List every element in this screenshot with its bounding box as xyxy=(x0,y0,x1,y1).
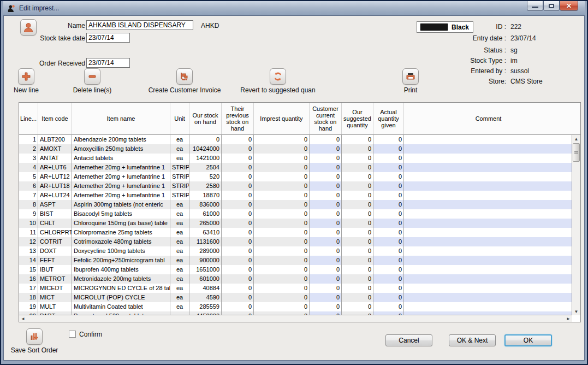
cell-customer-current[interactable]: 0 xyxy=(310,265,342,274)
vertical-scroll-thumb[interactable] xyxy=(573,143,580,162)
cell-imprest-quantity[interactable]: 0 xyxy=(254,228,310,237)
maximize-button[interactable] xyxy=(543,1,560,11)
cell-actual-given[interactable]: 0 xyxy=(373,302,404,311)
scroll-down-icon[interactable]: ▼ xyxy=(572,308,580,315)
table-row[interactable]: 12 COTRIT Cotrimoxazole 480mg tablets ea… xyxy=(19,237,572,246)
cell-actual-given[interactable]: 0 xyxy=(373,293,404,302)
cell-actual-given[interactable]: 0 xyxy=(373,154,404,163)
title-bar[interactable]: Edit imprest... xyxy=(3,1,585,15)
cell-actual-given[interactable]: 0 xyxy=(373,172,404,181)
cell-customer-current[interactable]: 0 xyxy=(310,237,342,246)
cell-actual-given[interactable]: 0 xyxy=(373,135,404,144)
cell-imprest-quantity[interactable]: 0 xyxy=(254,154,310,163)
cell-imprest-quantity[interactable]: 0 xyxy=(254,172,310,181)
cell-actual-given[interactable]: 0 xyxy=(373,181,404,191)
cell-imprest-quantity[interactable]: 0 xyxy=(254,163,310,172)
cell-customer-current[interactable]: 0 xyxy=(310,209,342,219)
cell-customer-current[interactable]: 0 xyxy=(310,302,342,311)
confirm-checkbox[interactable] xyxy=(69,331,76,338)
cell-imprest-quantity[interactable]: 0 xyxy=(254,181,310,191)
delete-lines-button[interactable]: Delete line(s) xyxy=(70,68,114,94)
cell-customer-current[interactable]: 0 xyxy=(310,200,342,209)
customer-details-button[interactable] xyxy=(20,19,37,36)
save-sort-order-button[interactable]: Save Sort Order xyxy=(6,328,63,354)
cell-actual-given[interactable]: 0 xyxy=(373,209,404,219)
cell-imprest-quantity[interactable]: 0 xyxy=(254,265,310,274)
cell-customer-current[interactable]: 0 xyxy=(310,246,342,256)
table-row[interactable]: 8 ASPT Aspirin 300mg tablets (not enteri… xyxy=(19,200,572,209)
cell-comment[interactable] xyxy=(404,302,572,311)
cell-comment[interactable] xyxy=(404,246,572,256)
cell-actual-given[interactable]: 0 xyxy=(373,256,404,265)
column-header-their-previous[interactable]: Their previous stock on hand xyxy=(222,103,254,134)
table-row[interactable]: 6 AR+LUT18 Artemether 20mg + lumefantrin… xyxy=(19,181,572,191)
cell-customer-current[interactable]: 0 xyxy=(310,163,342,172)
horizontal-scrollbar[interactable]: ◄ ► xyxy=(19,315,572,322)
cell-actual-given[interactable]: 0 xyxy=(373,163,404,172)
cell-customer-current[interactable]: 0 xyxy=(310,293,342,302)
cell-comment[interactable] xyxy=(404,191,572,200)
new-line-button[interactable]: New line xyxy=(10,68,43,94)
column-header-customer-current[interactable]: Customer current stock on hand xyxy=(310,103,342,134)
table-row[interactable]: 4 AR+LUT6 Artemether 20mg + lumefantrine… xyxy=(19,163,572,172)
cell-imprest-quantity[interactable]: 0 xyxy=(254,256,310,265)
cell-actual-given[interactable]: 0 xyxy=(373,265,404,274)
cell-actual-given[interactable]: 0 xyxy=(373,228,404,237)
table-row[interactable]: 3 ANTAT Antacid tablets ea 1421000 0 0 0… xyxy=(19,154,572,163)
cell-actual-given[interactable]: 0 xyxy=(373,246,404,256)
cell-customer-current[interactable]: 0 xyxy=(310,191,342,200)
column-header-actual-given[interactable]: Actual quantity given xyxy=(373,103,404,134)
cell-customer-current[interactable]: 0 xyxy=(310,154,342,163)
column-header-our-suggested[interactable]: Our suggested quantity xyxy=(342,103,373,134)
cell-comment[interactable] xyxy=(404,135,572,144)
column-header-item-name[interactable]: Item name xyxy=(72,103,170,134)
column-header-line[interactable]: Line... xyxy=(19,103,38,134)
cell-comment[interactable] xyxy=(404,163,572,172)
table-row[interactable]: 9 BIST Bisacodyl 5mg tablets ea 61000 0 … xyxy=(19,209,572,219)
cell-imprest-quantity[interactable]: 0 xyxy=(254,237,310,246)
cell-comment[interactable] xyxy=(404,228,572,237)
cell-imprest-quantity[interactable]: 0 xyxy=(254,209,310,219)
stock-take-date-input[interactable] xyxy=(86,33,130,43)
cell-actual-given[interactable]: 0 xyxy=(373,200,404,209)
table-row[interactable]: 7 AR+LUT24 Artemether 20mg + lumefantrin… xyxy=(19,191,572,200)
cell-imprest-quantity[interactable]: 0 xyxy=(254,135,310,144)
cell-customer-current[interactable]: 0 xyxy=(310,181,342,191)
table-row[interactable]: 5 AR+LUT12 Artemether 20mg + lumefantrin… xyxy=(19,172,572,181)
scroll-right-icon[interactable]: ► xyxy=(565,315,572,322)
cell-customer-current[interactable]: 0 xyxy=(310,228,342,237)
cell-comment[interactable] xyxy=(404,219,572,228)
column-header-item-code[interactable]: Item code xyxy=(38,103,72,134)
cell-actual-given[interactable]: 0 xyxy=(373,144,404,154)
order-received-input[interactable] xyxy=(86,58,130,68)
cell-comment[interactable] xyxy=(404,181,572,191)
vertical-scrollbar[interactable]: ▲ ▼ xyxy=(572,135,580,315)
cell-actual-given[interactable]: 0 xyxy=(373,274,404,284)
cell-comment[interactable] xyxy=(404,209,572,219)
cell-comment[interactable] xyxy=(404,200,572,209)
cell-imprest-quantity[interactable]: 0 xyxy=(254,144,310,154)
cell-comment[interactable] xyxy=(404,274,572,284)
cell-imprest-quantity[interactable]: 0 xyxy=(254,302,310,311)
cell-comment[interactable] xyxy=(404,154,572,163)
cell-comment[interactable] xyxy=(404,256,572,265)
table-row[interactable]: 15 IBUT Ibuprofen 400mg tablets ea 16510… xyxy=(19,265,572,274)
table-row[interactable]: 18 MICT MICROLUT (POP) CYCLE ea 4590 0 0… xyxy=(19,293,572,302)
table-row[interactable]: 14 FEFT Fefolic 200mg+250microgram tabl … xyxy=(19,256,572,265)
table-row[interactable]: 16 METROT Metronidazole 200mg tablets ea… xyxy=(19,274,572,284)
table-row[interactable]: 11 CHLORPRT Chlorpromazine 25mg tablets … xyxy=(19,228,572,237)
cell-customer-current[interactable]: 0 xyxy=(310,274,342,284)
ok-button[interactable]: OK xyxy=(504,334,552,346)
cell-comment[interactable] xyxy=(404,293,572,302)
cell-imprest-quantity[interactable]: 0 xyxy=(254,200,310,209)
table-row[interactable]: 1 ALBT200 Albendazole 200mg tablets ea 0… xyxy=(19,135,572,144)
create-customer-invoice-button[interactable]: Create Customer Invoice xyxy=(144,68,225,94)
cell-comment[interactable] xyxy=(404,237,572,246)
cancel-button[interactable]: Cancel xyxy=(385,334,432,346)
cell-customer-current[interactable]: 0 xyxy=(310,172,342,181)
cell-comment[interactable] xyxy=(404,284,572,293)
cell-actual-given[interactable]: 0 xyxy=(373,284,404,293)
cell-customer-current[interactable]: 0 xyxy=(310,219,342,228)
cell-customer-current[interactable]: 0 xyxy=(310,284,342,293)
cell-actual-given[interactable]: 0 xyxy=(373,219,404,228)
